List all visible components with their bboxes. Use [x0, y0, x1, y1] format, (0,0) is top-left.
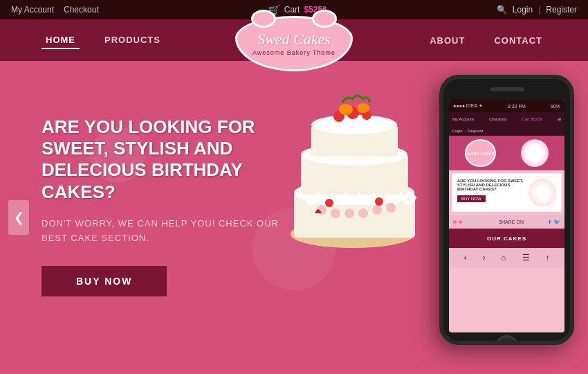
phone-time: 2:20 PM	[508, 104, 526, 109]
logo-text: Swed Cakes	[257, 31, 331, 48]
facebook-icon: f	[549, 219, 551, 225]
phone-nav: My Account Checkout Cart $5256 ☰	[449, 112, 564, 126]
phone-dots	[453, 220, 473, 224]
register-link[interactable]: Register	[546, 5, 577, 15]
phone-home-icon: ⌂	[501, 253, 506, 262]
phone-nav-checkout: Checkout	[489, 117, 506, 121]
phone-icon-row: ‹ › ⌂ ☰ ↑	[449, 248, 564, 267]
hero-subtitle: DON'T WORRY, WE CAN HELP YOU! CHECK OUR …	[42, 217, 304, 246]
nav-right: ABOUT CONTACT	[425, 33, 546, 48]
svg-point-11	[357, 103, 369, 113]
nav-contact[interactable]: CONTACT	[490, 33, 546, 48]
phone-content-box: ARE YOU LOOKING FOR SWEET, STYLISH AND D…	[452, 173, 562, 212]
twitter-icon: 🐦	[553, 219, 560, 225]
checkout-link[interactable]: Checkout	[64, 5, 99, 15]
phone-back-icon: ‹	[463, 253, 466, 262]
phone-forward-icon: ›	[482, 253, 485, 262]
phone-hamburger-icon: ☰	[558, 117, 561, 122]
svg-point-10	[339, 104, 353, 115]
svg-point-13	[331, 208, 340, 218]
search-icon[interactable]: 🔍	[497, 5, 507, 15]
svg-point-15	[358, 208, 368, 218]
phone-logo-box: Swed Cakes	[465, 139, 496, 167]
logo-shape: Swed Cakes Awesome Bakery Theme	[235, 16, 353, 71]
phone-buy-btn[interactable]: BUY NOW	[457, 195, 486, 202]
phone-book-icon: ☰	[522, 253, 530, 262]
hero-content: ARE YOU LOOKING FOR SWEET, STYLISH AND D…	[42, 116, 304, 296]
login-link[interactable]: Login	[513, 5, 533, 15]
nav-home[interactable]: HOME	[42, 32, 80, 49]
top-bar-left: My Account Checkout	[11, 5, 99, 15]
svg-point-14	[344, 208, 354, 218]
phone-bottom-nav: OUR CAKES	[449, 229, 564, 248]
nav-products[interactable]: PRODUCTS	[100, 32, 165, 49]
phone-cake-mini	[529, 179, 556, 206]
phone-speaker	[490, 87, 524, 91]
divider: |	[538, 5, 540, 15]
phone-home-button[interactable]	[495, 335, 519, 345]
phone-mockup: ●●●● IDEA ✦ 2:20 PM 90% My Account Check…	[439, 75, 574, 345]
dot-2	[459, 220, 462, 224]
nav-about[interactable]: ABOUT	[425, 33, 469, 48]
phone-login: Login	[452, 129, 463, 133]
phone-logo-text: Swed Cakes	[467, 151, 494, 156]
phone-img-col	[529, 179, 556, 206]
hero-section: ❮ ARE YOU LOOKING FOR SWEET, STYLISH AND…	[0, 61, 588, 374]
phone-nav-cart: Cart $5256	[522, 117, 542, 121]
phone-content-row: ARE YOU LOOKING FOR SWEET, STYLISH AND D…	[455, 177, 558, 208]
dot-3	[464, 220, 468, 224]
nav-left: HOME PRODUCTS	[42, 32, 165, 49]
phone-status-bar: ●●●● IDEA ✦ 2:20 PM 90%	[449, 100, 564, 112]
phone-share-icon: ↑	[545, 253, 549, 262]
phone-nav-account: My Account	[452, 117, 474, 121]
phone-divider: |	[465, 129, 466, 133]
phone-register: Register	[468, 129, 483, 133]
phone-signal: ●●●● IDEA ✦	[453, 103, 483, 109]
share-label: SHARE ON	[498, 220, 524, 224]
phone-login-row: Login | Register	[449, 126, 564, 136]
svg-point-16	[372, 205, 382, 215]
prev-arrow[interactable]: ❮	[8, 200, 29, 235]
hero-title: ARE YOU LOOKING FOR SWEET, STYLISH AND D…	[42, 116, 304, 203]
my-account-link[interactable]: My Account	[11, 5, 54, 15]
phone-cake-image	[521, 139, 549, 167]
logo-wrapper: Swed Cakes Awesome Bakery Theme	[232, 12, 356, 75]
svg-point-18	[325, 199, 333, 207]
buy-now-button[interactable]: BUY NOW	[42, 266, 167, 296]
phone-share-area: SHARE ON f 🐦	[449, 215, 564, 229]
svg-point-19	[375, 197, 383, 206]
svg-point-17	[386, 203, 396, 213]
phone-screen: ●●●● IDEA ✦ 2:20 PM 90% My Account Check…	[449, 100, 564, 332]
phone-logo-area: Swed Cakes	[449, 136, 564, 170]
phone-mini-title: ARE YOU LOOKING FOR SWEET, STYLISH AND D…	[457, 179, 526, 191]
phone-battery: 90%	[551, 104, 560, 109]
cake-image	[277, 75, 429, 269]
logo-subtitle: Awesome Bakery Theme	[252, 49, 336, 56]
phone-text-col: ARE YOU LOOKING FOR SWEET, STYLISH AND D…	[457, 179, 526, 206]
phone-share-icons: f 🐦	[549, 219, 560, 225]
auth-links: 🔍 Login | Register	[497, 5, 577, 15]
dot-1	[453, 220, 457, 224]
nav-bar: HOME PRODUCTS Swed Cakes Awesome Bakery …	[0, 19, 588, 61]
dot-4	[470, 220, 473, 224]
